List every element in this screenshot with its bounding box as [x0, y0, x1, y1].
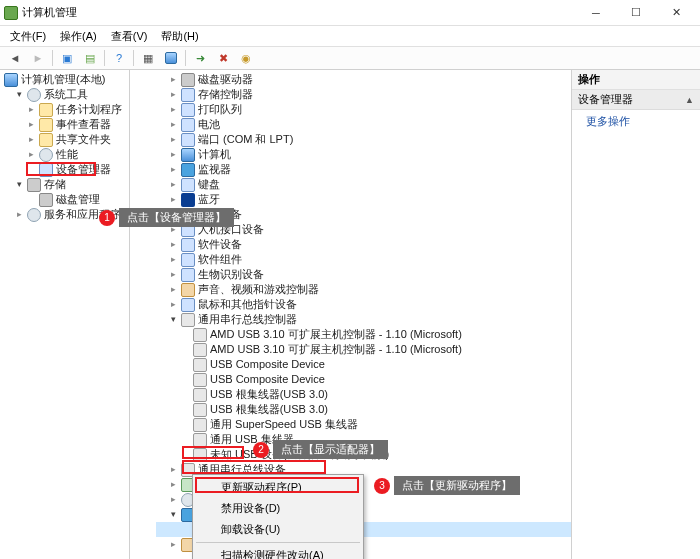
minimize-button[interactable]: ─ — [576, 0, 616, 26]
menu-view[interactable]: 查看(V) — [105, 27, 154, 46]
chevron-right-icon[interactable]: ▸ — [26, 135, 36, 145]
chevron-right-icon[interactable]: ▸ — [168, 210, 178, 220]
ctx-disable[interactable]: 禁用设备(D) — [195, 498, 361, 519]
uninstall-icon[interactable]: ✖ — [212, 48, 234, 68]
chevron-right-icon[interactable]: ▸ — [168, 105, 178, 115]
chevron-down-icon[interactable]: ▾ — [168, 510, 178, 520]
tree-shared[interactable]: ▸共享文件夹 — [2, 132, 129, 147]
menu-help[interactable]: 帮助(H) — [155, 27, 204, 46]
dev-9[interactable]: ▸其他设备 — [156, 207, 571, 222]
chevron-down-icon[interactable]: ▾ — [14, 180, 24, 190]
chevron-right-icon[interactable]: ▸ — [168, 270, 178, 280]
chevron-right-icon[interactable]: ▸ — [168, 225, 178, 235]
dev-5[interactable]: ▸计算机 — [156, 147, 571, 162]
tree-storage[interactable]: ▾存储 — [2, 177, 129, 192]
tree-sys-tools[interactable]: ▾系统工具 — [2, 87, 129, 102]
chevron-right-icon[interactable]: ▸ — [168, 255, 178, 265]
dev-3[interactable]: ▸电池 — [156, 117, 571, 132]
device-label: 通用 SuperSpeed USB 集线器 — [210, 417, 358, 432]
dev-usb-5[interactable]: USB 根集线器(USB 3.0) — [156, 402, 571, 417]
chevron-down-icon[interactable]: ▾ — [14, 90, 24, 100]
tree-root[interactable]: 计算机管理(本地) — [2, 72, 129, 87]
dev-2[interactable]: ▸打印队列 — [156, 102, 571, 117]
chevron-right-icon[interactable]: ▸ — [14, 210, 24, 220]
actions-more[interactable]: 更多操作 — [572, 110, 700, 133]
chevron-right-icon[interactable]: ▸ — [168, 75, 178, 85]
ctx-uninstall[interactable]: 卸载设备(U) — [195, 519, 361, 540]
device-icon — [181, 148, 195, 162]
dev-6[interactable]: ▸监视器 — [156, 162, 571, 177]
fwd-button[interactable]: ► — [27, 48, 49, 68]
dev-15[interactable]: ▸鼠标和其他指针设备 — [156, 297, 571, 312]
chevron-right-icon[interactable]: ▸ — [168, 195, 178, 205]
dev-usb-3[interactable]: USB Composite Device — [156, 372, 571, 387]
device-icon — [181, 133, 195, 147]
dev-usb-4[interactable]: USB 根集线器(USB 3.0) — [156, 387, 571, 402]
tree-task-sched[interactable]: ▸任务计划程序 — [2, 102, 129, 117]
dev-usb-1[interactable]: AMD USB 3.10 可扩展主机控制器 - 1.10 (Microsoft) — [156, 342, 571, 357]
dev-usb-7[interactable]: 通用 USB 集线器 — [156, 432, 571, 447]
tree-label: 系统工具 — [44, 87, 88, 102]
chevron-right-icon[interactable]: ▸ — [168, 120, 178, 130]
chevron-right-icon[interactable]: ▸ — [168, 540, 178, 550]
chevron-right-icon[interactable]: ▸ — [168, 495, 178, 505]
chevron-right-icon[interactable]: ▸ — [168, 165, 178, 175]
device-icon — [181, 313, 195, 327]
device-label: AMD USB 3.10 可扩展主机控制器 - 1.10 (Microsoft) — [210, 342, 462, 357]
chevron-right-icon[interactable]: ▸ — [168, 180, 178, 190]
chevron-right-icon[interactable]: ▸ — [168, 135, 178, 145]
chevron-right-icon[interactable]: ▸ — [168, 90, 178, 100]
tree-perf[interactable]: ▸性能 — [2, 147, 129, 162]
dev-8[interactable]: ▸蓝牙 — [156, 192, 571, 207]
dev-usb-8[interactable]: 未知 USB 设备(设备描述符请求失败) — [156, 447, 571, 462]
device-label: 人机接口设备 — [198, 222, 264, 237]
dev-1[interactable]: ▸存储控制器 — [156, 87, 571, 102]
update-icon[interactable]: ◉ — [235, 48, 257, 68]
chevron-down-icon[interactable]: ▾ — [168, 315, 178, 325]
dev-11[interactable]: ▸软件设备 — [156, 237, 571, 252]
tree-services[interactable]: ▸服务和应用程序 — [2, 207, 129, 222]
chevron-right-icon[interactable]: ▸ — [26, 120, 36, 130]
device-icon — [193, 328, 207, 342]
dev-10[interactable]: ▸人机接口设备 — [156, 222, 571, 237]
up-button[interactable]: ▣ — [56, 48, 78, 68]
enable-icon[interactable]: ➜ — [189, 48, 211, 68]
scan-icon[interactable] — [160, 48, 182, 68]
device-label: USB 根集线器(USB 3.0) — [210, 387, 328, 402]
chevron-right-icon[interactable]: ▸ — [168, 240, 178, 250]
close-button[interactable]: ✕ — [656, 0, 696, 26]
dev-7[interactable]: ▸键盘 — [156, 177, 571, 192]
help-button[interactable]: ? — [108, 48, 130, 68]
chevron-right-icon[interactable]: ▸ — [168, 480, 178, 490]
chevron-right-icon[interactable]: ▸ — [26, 105, 36, 115]
tree-label: 共享文件夹 — [56, 132, 111, 147]
dev-14[interactable]: ▸声音、视频和游戏控制器 — [156, 282, 571, 297]
ctx-scan[interactable]: 扫描检测硬件改动(A) — [195, 545, 361, 559]
dev-13[interactable]: ▸生物识别设备 — [156, 267, 571, 282]
back-button[interactable]: ◄ — [4, 48, 26, 68]
chevron-right-icon[interactable]: ▸ — [168, 150, 178, 160]
chevron-right-icon[interactable]: ▸ — [26, 150, 36, 160]
dev-0[interactable]: ▸磁盘驱动器 — [156, 72, 571, 87]
tree-diskmgmt[interactable]: 磁盘管理 — [2, 192, 129, 207]
ctx-update[interactable]: 更新驱动程序(P) — [195, 477, 361, 498]
refresh-icon[interactable]: ▦ — [137, 48, 159, 68]
app-icon — [4, 6, 18, 20]
ctx-sep — [196, 542, 360, 543]
chevron-right-icon[interactable]: ▸ — [168, 300, 178, 310]
menu-file[interactable]: 文件(F) — [4, 27, 52, 46]
maximize-button[interactable]: ☐ — [616, 0, 656, 26]
show-hide-tree-button[interactable]: ▤ — [79, 48, 101, 68]
dev-usb[interactable]: ▾通用串行总线控制器 — [156, 312, 571, 327]
menu-action[interactable]: 操作(A) — [54, 27, 103, 46]
dev-usb-2[interactable]: USB Composite Device — [156, 357, 571, 372]
tree-eventvwr[interactable]: ▸事件查看器 — [2, 117, 129, 132]
chevron-right-icon[interactable]: ▸ — [168, 465, 178, 475]
dev-12[interactable]: ▸软件组件 — [156, 252, 571, 267]
tree-devmgr[interactable]: 设备管理器 — [2, 162, 129, 177]
actions-section[interactable]: 设备管理器 ▲ — [572, 90, 700, 110]
dev-4[interactable]: ▸端口 (COM 和 LPT) — [156, 132, 571, 147]
dev-usb-0[interactable]: AMD USB 3.10 可扩展主机控制器 - 1.10 (Microsoft) — [156, 327, 571, 342]
chevron-right-icon[interactable]: ▸ — [168, 285, 178, 295]
dev-usb-6[interactable]: 通用 SuperSpeed USB 集线器 — [156, 417, 571, 432]
